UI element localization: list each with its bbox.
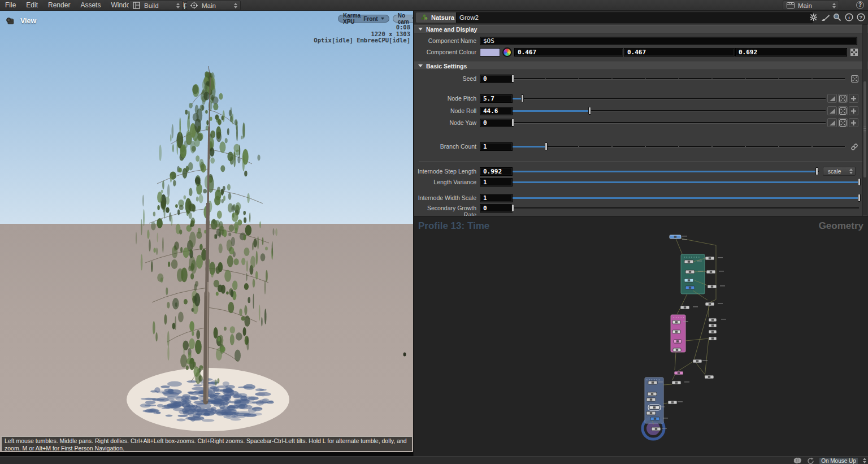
internode-step-length-input[interactable]: 0.992 (480, 167, 513, 176)
section-basic-settings[interactable]: Basic Settings (414, 62, 868, 70)
component-name-input[interactable]: $OS (480, 37, 857, 45)
secondary-growth-rate-input[interactable]: 0 (480, 204, 513, 213)
svg-text:i: i (848, 15, 850, 20)
node-roll-label: Node Roll (414, 107, 476, 114)
branch-count-slider[interactable] (513, 144, 845, 150)
node-graph[interactable] (414, 216, 868, 456)
parameter-scrollbar[interactable] (862, 24, 867, 226)
camera-name: No cam (398, 12, 409, 25)
ramp-icon[interactable] (827, 94, 837, 103)
node-roll-slider[interactable] (513, 108, 826, 114)
plus-icon[interactable] (849, 106, 858, 115)
slider-handle[interactable] (511, 119, 514, 127)
link-icon[interactable] (850, 142, 859, 151)
right-pane-selector[interactable]: Main (783, 1, 839, 10)
brush-icon[interactable] (821, 12, 830, 22)
refresh-icon[interactable] (806, 456, 815, 464)
question-icon[interactable]: ? (856, 12, 866, 22)
section-label: Basic Settings (426, 63, 467, 70)
pane-path-selector[interactable]: Main (186, 1, 241, 10)
colour-b-input[interactable]: 0.692 (735, 48, 847, 57)
internode-width-scale-slider[interactable] (513, 195, 859, 201)
crosshair-icon (189, 1, 199, 10)
internode-step-length-slider[interactable] (513, 168, 819, 175)
slider-handle[interactable] (588, 107, 591, 115)
section-label: Name and Display (426, 26, 477, 33)
seed-slider[interactable] (513, 76, 845, 82)
menu-render[interactable]: Render (43, 0, 75, 11)
right-pane-label: Main (798, 2, 812, 9)
camera-pill[interactable]: No cam (393, 15, 414, 23)
node-name-input[interactable]: Grow2 (456, 12, 813, 23)
colour-swatch[interactable] (480, 48, 500, 57)
tree-render (0, 11, 414, 456)
desktop-selector[interactable]: Build (129, 1, 183, 10)
spinner-arrows-icon[interactable] (233, 3, 238, 8)
search-icon[interactable] (832, 12, 842, 22)
dice-icon[interactable] (838, 118, 848, 127)
length-variance-label: Length Variance (414, 179, 476, 185)
shelf-icon (785, 1, 795, 10)
branch-count-input[interactable]: 1 (480, 142, 513, 151)
scene-viewport[interactable]: View Karma XPU Front No cam 0:08 1220 x … (0, 11, 414, 456)
slider-handle[interactable] (858, 178, 861, 186)
renderer-pill[interactable]: Karma XPU Front (338, 15, 389, 23)
spinner-arrows-icon[interactable] (831, 3, 836, 8)
node-pitch-input[interactable]: 5.7 (480, 94, 513, 103)
length-variance-slider[interactable] (513, 179, 859, 185)
node-yaw-input[interactable]: 0 (480, 119, 513, 127)
network-editor[interactable]: Profile 13: Time Geometry (414, 216, 868, 456)
ramp-icon[interactable] (827, 106, 837, 115)
node-pitch-slider[interactable] (513, 96, 826, 102)
viewport-bottom-strip (0, 452, 414, 456)
collapse-triangle-icon (418, 28, 423, 31)
slider-handle[interactable] (521, 94, 524, 102)
length-variance-input[interactable]: 1 (480, 178, 513, 187)
secondary-growth-rate-slider[interactable] (513, 205, 859, 211)
memory-icon[interactable] (793, 456, 802, 464)
seed-input[interactable]: 0 (480, 75, 513, 83)
info-icon[interactable]: i (844, 12, 854, 22)
gear-sparkle-icon[interactable] (809, 12, 818, 22)
unit-dropdown[interactable]: scale (823, 167, 856, 176)
component-colour-label: Component Colour (414, 49, 476, 55)
desktop-selector-label: Build (144, 2, 159, 9)
spinner-arrows-icon[interactable] (862, 458, 867, 463)
slider-handle[interactable] (815, 167, 818, 175)
render-engines: Optix[idle] EmbreeCPU[idle] (314, 37, 410, 44)
scrollbar-grip (863, 127, 866, 132)
slider-handle[interactable] (511, 204, 514, 212)
internode-step-length-label: Internode Step Length (414, 168, 476, 175)
colour-g-input[interactable]: 0.467 (624, 48, 735, 57)
menu-edit[interactable]: Edit (21, 0, 43, 11)
colour-r-input[interactable]: 0.467 (514, 48, 623, 57)
plus-icon[interactable] (849, 118, 858, 127)
help-icon[interactable]: ? (856, 1, 864, 9)
spinner-arrows-icon[interactable] (848, 168, 853, 174)
viewport-help-text: Left mouse tumbles. Middle pans. Right d… (1, 436, 413, 452)
update-mode-button[interactable]: On Mouse Up (819, 457, 858, 464)
dice-icon[interactable] (838, 94, 848, 103)
dice-icon[interactable] (838, 106, 848, 115)
checker-icon[interactable] (849, 48, 858, 57)
renderer-name: Karma XPU (343, 12, 361, 25)
ramp-icon[interactable] (827, 118, 837, 127)
node-pitch-label: Node Pitch (414, 95, 476, 102)
node-yaw-slider[interactable] (513, 120, 826, 126)
internode-width-scale-label: Internode Width Scale (414, 194, 476, 201)
menu-assets[interactable]: Assets (75, 0, 106, 11)
dice-icon[interactable] (850, 75, 859, 83)
build-grid-icon (132, 1, 141, 10)
color-wheel-icon[interactable] (502, 47, 512, 57)
slider-handle[interactable] (545, 142, 548, 150)
branch-count-label: Branch Count (414, 143, 476, 150)
menu-file[interactable]: File (0, 0, 21, 11)
seed-label: Seed (414, 75, 476, 82)
spinner-arrows-icon[interactable] (175, 3, 180, 8)
node-roll-input[interactable]: 44.6 (480, 107, 513, 115)
slider-handle[interactable] (511, 75, 514, 83)
slider-handle[interactable] (858, 194, 861, 202)
internode-width-scale-input[interactable]: 1 (480, 194, 513, 202)
section-name-and-display[interactable]: Name and Display (414, 25, 868, 33)
plus-icon[interactable] (849, 94, 858, 103)
